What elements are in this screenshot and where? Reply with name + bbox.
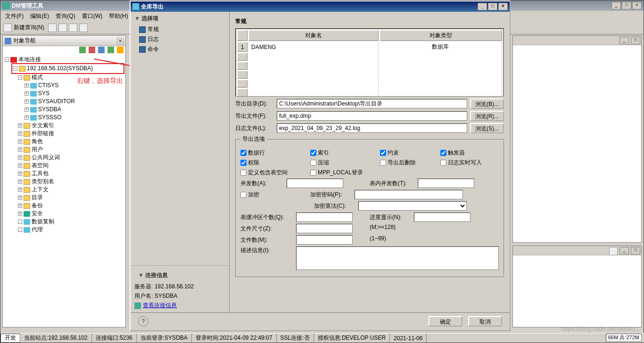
tree-item[interactable]: 安全 bbox=[32, 210, 43, 218]
nav-general[interactable]: 常规 bbox=[131, 24, 229, 34]
tree-schema[interactable]: SYS bbox=[38, 90, 50, 98]
app-icon bbox=[2, 2, 10, 9]
status-bar: 开发 当前站点:192.168.56.102 连接端口:5236 当前登录:SY… bbox=[0, 333, 644, 343]
memory-indicator: 66M 共:272M bbox=[606, 334, 642, 342]
tool-2-icon[interactable] bbox=[58, 24, 67, 32]
tree-schema[interactable]: SYSSSO bbox=[38, 114, 61, 122]
tree-item[interactable]: 数据复制 bbox=[32, 218, 54, 226]
export-file-input[interactable] bbox=[277, 111, 467, 121]
filenum-input[interactable] bbox=[296, 235, 353, 245]
export-dir-input[interactable] bbox=[277, 99, 467, 108]
nav-tool-3-icon[interactable] bbox=[98, 47, 105, 53]
dialog-close-button[interactable]: × bbox=[498, 3, 508, 10]
nav-title: 对象导航 bbox=[13, 37, 36, 45]
menu-edit[interactable]: 编辑(E) bbox=[27, 11, 52, 21]
panel-min-icon[interactable]: _ bbox=[619, 37, 629, 44]
progress-input[interactable] bbox=[414, 212, 471, 222]
chk-compress[interactable] bbox=[310, 160, 316, 166]
panel-tool-icon[interactable] bbox=[609, 247, 618, 255]
tree-schema[interactable]: SYSDBA bbox=[38, 106, 61, 114]
tree-conn[interactable]: 192.168.56.102(SYSDBA) bbox=[27, 65, 93, 73]
view-conn-link[interactable]: 查看连接信息 bbox=[134, 302, 225, 310]
log-file-input[interactable] bbox=[277, 123, 467, 133]
buffer-input[interactable] bbox=[296, 212, 353, 222]
col-objtype: 对象类型 bbox=[380, 30, 502, 41]
browse-dir-button[interactable]: 浏览(B)... bbox=[470, 98, 504, 109]
status-site: 当前站点:192.168.56.102 bbox=[20, 334, 92, 343]
watermark: https://blog.csdn.net/weixin... bbox=[561, 325, 640, 332]
server-value: 192.168.56.102 bbox=[155, 283, 194, 290]
object-table: 对象名对象类型 1DAMENG数据库 bbox=[235, 28, 504, 97]
tool-1-icon[interactable] bbox=[48, 24, 57, 32]
table-row bbox=[237, 71, 502, 79]
panel2-max-icon[interactable]: □ bbox=[631, 247, 640, 254]
panel-max-icon[interactable]: □ bbox=[631, 37, 640, 44]
parallel-input[interactable] bbox=[287, 179, 343, 188]
tool-3-icon[interactable] bbox=[69, 24, 77, 32]
menu-window[interactable]: 窗口(W) bbox=[79, 11, 105, 21]
options-section: 选择项 bbox=[131, 12, 229, 24]
help-icon[interactable]: ? bbox=[138, 316, 149, 327]
right-panel-1: _□ bbox=[512, 35, 642, 243]
nav-command[interactable]: 命令 bbox=[131, 44, 229, 54]
tree-item[interactable]: 备份 bbox=[32, 202, 43, 210]
dialog-max-button[interactable]: □ bbox=[488, 3, 497, 10]
filesize-input[interactable] bbox=[296, 224, 353, 233]
new-query-icon[interactable] bbox=[3, 24, 12, 32]
nav-tool-5-icon[interactable] bbox=[117, 47, 124, 53]
tree-item[interactable]: 全文索引 bbox=[32, 122, 54, 130]
tree-schema[interactable]: SYSAUDITOR bbox=[38, 98, 75, 106]
chk-delafter[interactable] bbox=[380, 160, 386, 166]
tree-item[interactable]: 类型别名 bbox=[32, 178, 54, 186]
new-query-label[interactable]: 新建查询(N) bbox=[14, 24, 44, 32]
nav-close-icon[interactable]: × bbox=[117, 38, 124, 44]
minimize-button[interactable]: _ bbox=[611, 2, 621, 9]
desc-input[interactable] bbox=[296, 246, 499, 270]
chk-trigger[interactable] bbox=[440, 150, 446, 156]
enc-alg-select[interactable] bbox=[358, 201, 467, 211]
nav-tools bbox=[3, 46, 125, 55]
tree-mode[interactable]: 模式 bbox=[32, 74, 43, 82]
chk-encrypt[interactable] bbox=[240, 192, 247, 198]
table-parallel-input[interactable] bbox=[418, 179, 474, 188]
table-row[interactable]: 1DAMENG数据库 bbox=[237, 42, 502, 52]
menu-help[interactable]: 帮助(H) bbox=[106, 11, 131, 21]
tree-item[interactable]: 代理 bbox=[32, 226, 43, 234]
tree-item[interactable]: 工具包 bbox=[32, 170, 49, 178]
enc-pwd-input[interactable] bbox=[355, 190, 463, 199]
menu-query[interactable]: 查询(Q) bbox=[53, 11, 78, 21]
chk-constraint[interactable] bbox=[380, 150, 386, 156]
status-time: 登录时间:2021-04-09 22:49:07 bbox=[192, 334, 277, 343]
chk-logrt[interactable] bbox=[440, 160, 446, 166]
tool-4-icon[interactable] bbox=[79, 24, 88, 32]
chk-mpp[interactable] bbox=[310, 170, 316, 176]
nav-tool-1-icon[interactable] bbox=[79, 47, 86, 53]
dialog-min-button[interactable]: _ bbox=[478, 3, 487, 10]
export-dialog: 全库导出 _ □ × 选择项 常规 日志 命令 连接信息 服务器: 192.16… bbox=[130, 0, 511, 331]
ok-button[interactable]: 确定 bbox=[429, 316, 462, 327]
close-button[interactable]: × bbox=[632, 2, 642, 9]
browse-log-button[interactable]: 浏览(S)... bbox=[470, 123, 504, 133]
cancel-button[interactable]: 取消 bbox=[468, 316, 502, 327]
chk-priv[interactable] bbox=[240, 160, 247, 166]
tree-item[interactable]: 用户 bbox=[32, 146, 43, 154]
chk-data[interactable] bbox=[240, 150, 247, 156]
nav-tool-4-icon[interactable] bbox=[107, 47, 114, 53]
tree-item[interactable]: 公共同义词 bbox=[32, 154, 60, 162]
nav-log[interactable]: 日志 bbox=[131, 34, 229, 44]
tree-item[interactable]: 角色 bbox=[32, 138, 43, 146]
tree-item[interactable]: 表空间 bbox=[32, 162, 49, 170]
chk-customts[interactable] bbox=[240, 170, 247, 176]
tree-item[interactable]: 外部链接 bbox=[32, 130, 54, 138]
tree-item[interactable]: 目录 bbox=[32, 194, 43, 202]
panel2-min-icon[interactable]: _ bbox=[619, 247, 629, 254]
menu-file[interactable]: 文件(F) bbox=[2, 11, 26, 21]
tree-schema[interactable]: CTISYS bbox=[38, 82, 58, 90]
tree-local[interactable]: 本地连接 bbox=[18, 56, 41, 64]
browse-file-button[interactable]: 浏览(R)... bbox=[470, 111, 504, 121]
chk-index[interactable] bbox=[310, 150, 316, 156]
nav-tool-2-icon[interactable] bbox=[89, 47, 95, 53]
user-value: SYSDBA bbox=[155, 293, 178, 299]
tree-item[interactable]: 上下文 bbox=[32, 186, 49, 194]
maximize-button[interactable]: □ bbox=[622, 2, 631, 9]
